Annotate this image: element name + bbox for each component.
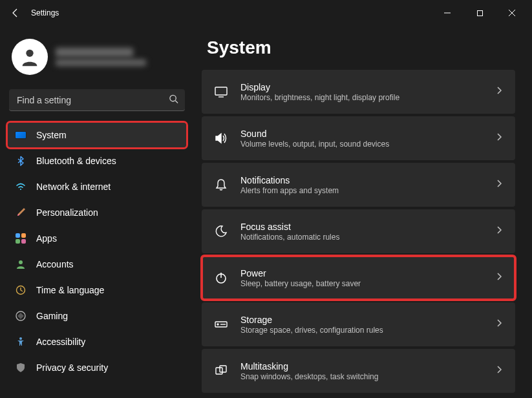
- sound-icon: [213, 131, 229, 146]
- sidebar-item-label: Network & internet: [36, 182, 111, 192]
- card-subtitle: Snap windows, desktops, task switching: [240, 372, 483, 381]
- sidebar-item-label: Accounts: [36, 259, 74, 269]
- storage-icon: [213, 317, 229, 332]
- accessibility-icon: [14, 335, 27, 348]
- card-text: Multitasking Snap windows, desktops, tas…: [240, 361, 483, 381]
- paintbrush-icon: [14, 206, 27, 219]
- content-area[interactable]: System Display Monitors, brightness, nig…: [194, 26, 532, 398]
- card-subtitle: Notifications, automatic rules: [240, 233, 483, 242]
- search-wrap: [9, 89, 185, 111]
- card-title: Storage: [240, 315, 483, 325]
- back-button[interactable]: [5, 3, 26, 23]
- chevron-right-icon: [495, 365, 504, 377]
- sidebar-item-label: Personalization: [36, 207, 98, 218]
- sidebar-item-bluetooth[interactable]: Bluetooth & devices: [8, 149, 186, 173]
- sidebar-item-network[interactable]: Network & internet: [8, 174, 186, 199]
- sidebar-item-accounts[interactable]: Accounts: [8, 252, 186, 277]
- sidebar-item-personalization[interactable]: Personalization: [8, 200, 186, 225]
- accounts-icon: [14, 258, 27, 271]
- minimize-button[interactable]: [432, 3, 462, 23]
- card-focus[interactable]: Focus assist Notifications, automatic ru…: [202, 209, 515, 253]
- sidebar-item-gaming[interactable]: Gaming: [8, 304, 186, 328]
- chevron-right-icon: [495, 225, 504, 237]
- sidebar-item-label: Bluetooth & devices: [36, 156, 116, 166]
- svg-point-7: [19, 260, 23, 264]
- sidebar-item-label: Time & language: [36, 285, 104, 295]
- card-display[interactable]: Display Monitors, brightness, night ligh…: [202, 70, 515, 114]
- wifi-icon: [14, 180, 27, 193]
- card-title: Notifications: [240, 175, 483, 185]
- svg-rect-18: [216, 368, 222, 374]
- card-notifications[interactable]: Notifications Alerts from apps and syste…: [202, 163, 515, 207]
- user-icon: [19, 46, 41, 68]
- chevron-right-icon: [495, 86, 504, 98]
- shield-icon: [14, 361, 27, 374]
- bluetooth-icon: [14, 154, 27, 167]
- card-multitasking[interactable]: Multitasking Snap windows, desktops, tas…: [202, 349, 515, 393]
- sidebar-item-label: Apps: [36, 233, 57, 244]
- close-icon: [508, 9, 516, 17]
- maximize-icon: [476, 10, 484, 17]
- minimize-icon: [443, 9, 451, 17]
- settings-cards: Display Monitors, brightness, night ligh…: [202, 70, 518, 393]
- chevron-right-icon: [495, 179, 504, 191]
- card-subtitle: Alerts from apps and system: [240, 186, 483, 195]
- window-controls: [432, 3, 527, 23]
- sidebar-item-privacy[interactable]: Privacy & security: [8, 355, 186, 380]
- card-text: Focus assist Notifications, automatic ru…: [240, 222, 483, 242]
- app-title: Settings: [31, 8, 59, 17]
- card-title: Power: [240, 268, 483, 278]
- card-text: Storage Storage space, drives, configura…: [240, 315, 483, 335]
- card-title: Multitasking: [240, 361, 483, 372]
- chevron-right-icon: [495, 132, 504, 144]
- sidebar-item-label: System: [36, 130, 67, 140]
- card-text: Notifications Alerts from apps and syste…: [240, 175, 483, 195]
- sidebar-item-system[interactable]: System: [8, 123, 186, 147]
- card-title: Focus assist: [240, 222, 483, 232]
- user-name-redacted: [56, 48, 133, 57]
- svg-rect-1: [477, 10, 482, 16]
- svg-point-10: [19, 337, 22, 340]
- display-icon: [213, 84, 229, 100]
- power-icon: [213, 270, 229, 286]
- card-sound[interactable]: Sound Volume levels, output, input, soun…: [202, 116, 515, 160]
- card-text: Sound Volume levels, output, input, soun…: [240, 129, 483, 149]
- card-subtitle: Volume levels, output, input, sound devi…: [240, 140, 483, 149]
- search-input[interactable]: [9, 89, 185, 111]
- card-title: Display: [240, 82, 483, 92]
- card-subtitle: Sleep, battery usage, battery saver: [240, 279, 483, 288]
- close-button[interactable]: [497, 3, 527, 23]
- svg-rect-19: [220, 366, 226, 372]
- card-subtitle: Storage space, drives, configuration rul…: [240, 326, 483, 335]
- user-email-redacted: [56, 59, 146, 66]
- card-subtitle: Monitors, brightness, night light, displ…: [240, 93, 483, 102]
- sidebar-item-label: Privacy & security: [36, 362, 108, 373]
- sidebar-item-time[interactable]: Time & language: [8, 278, 186, 302]
- sidebar: System Bluetooth & devices Network & int…: [0, 26, 194, 398]
- sidebar-item-apps[interactable]: Apps: [8, 226, 186, 251]
- multitasking-icon: [213, 363, 229, 379]
- card-title: Sound: [240, 129, 483, 139]
- card-storage[interactable]: Storage Storage space, drives, configura…: [202, 302, 515, 346]
- svg-rect-11: [215, 87, 227, 95]
- back-arrow-icon: [10, 8, 21, 18]
- sidebar-item-label: Gaming: [36, 311, 68, 321]
- svg-point-4: [26, 50, 33, 57]
- user-meta: [56, 48, 146, 66]
- chevron-right-icon: [495, 272, 504, 284]
- sidebar-item-label: Accessibility: [36, 337, 85, 347]
- card-text: Display Monitors, brightness, night ligh…: [240, 82, 483, 102]
- nav-list: System Bluetooth & devices Network & int…: [8, 123, 186, 380]
- apps-icon: [14, 232, 27, 245]
- page-title: System: [207, 37, 518, 58]
- sidebar-item-accessibility[interactable]: Accessibility: [8, 330, 186, 354]
- card-power[interactable]: Power Sleep, battery usage, battery save…: [202, 256, 515, 300]
- maximize-button[interactable]: [465, 3, 495, 23]
- clock-icon: [14, 284, 27, 297]
- chevron-right-icon: [495, 319, 504, 330]
- svg-point-16: [217, 324, 218, 325]
- titlebar: Settings: [0, 0, 532, 26]
- moon-icon: [213, 224, 229, 239]
- bell-icon: [213, 177, 229, 193]
- user-profile[interactable]: [8, 32, 186, 85]
